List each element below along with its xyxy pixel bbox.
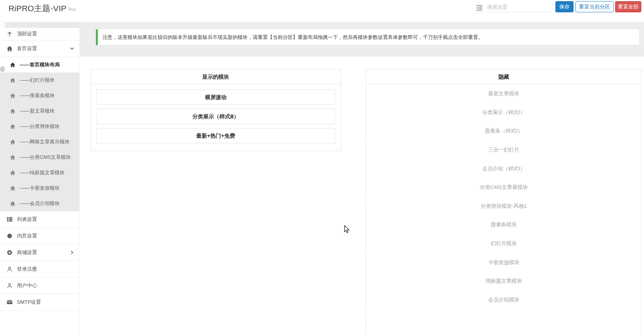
sidebar-item-label: 登录注册 [17, 266, 37, 273]
sidebar-item-2-active[interactable]: ——首页模块布局 [0, 57, 79, 72]
user-icon [7, 266, 13, 272]
hidden-modules-panel: 隐藏 最新文章模块分类展示（样式Ⅰ）搜索条（样式Ⅰ）三合一幻灯片会员介绍（样式Ⅰ… [366, 69, 642, 335]
home-icon [10, 185, 15, 191]
sidebar-item-label: SMTP设置 [17, 299, 41, 306]
home-icon [10, 155, 15, 160]
sidebar-item-4[interactable]: ——搜索条模块 [0, 88, 79, 103]
sidebar-item-0[interactable]: 顶部设置 [0, 28, 79, 40]
hidden-module-item[interactable]: 会员介绍模块 [366, 291, 641, 310]
sidebar-item-5[interactable]: ——新文章模块 [0, 103, 79, 119]
envelope-icon [7, 299, 13, 305]
user-icon [7, 283, 13, 289]
visible-module-item[interactable]: 分类展示（样式Ⅱ） [96, 109, 335, 124]
sidebar-item-label: ——首页模块布局 [20, 61, 60, 68]
sidebar-item-label: 用户中心 [17, 282, 37, 289]
home-icon [10, 62, 15, 67]
sidebar-item-label: ——会员介绍模块 [20, 200, 60, 207]
sidebar-item-7[interactable]: ——网格文章展示模块 [0, 134, 79, 150]
chevron-down-icon [70, 46, 74, 51]
settings-sidebar: 顶部设置首页设置——首页模块布局——幻灯片模块——搜索条模块——新文章模块——分… [0, 22, 80, 335]
sidebar-item-8[interactable]: ——分类CMS文章模块 [0, 150, 79, 165]
app-title: RiPRO主题-VIPPro [8, 3, 76, 14]
visible-module-item[interactable]: 最新+热门+免费 [96, 128, 335, 143]
sidebar-item-label: 列表设置 [17, 216, 37, 223]
warning-notice-text: 注意，这里模块如果是比较旧的版本升级最新版后不现实新的模块，请重置【当前分区】重… [102, 34, 483, 41]
plus-circle-icon [7, 249, 13, 256]
sidebar-item-13[interactable]: 内页设置 [0, 228, 79, 244]
sidebar-item-label: ——分类滑块模块 [20, 123, 60, 130]
hidden-module-item[interactable]: 最新文章模块 [366, 84, 641, 103]
sidebar-item-16[interactable]: 用户中心 [0, 278, 79, 294]
home-icon [10, 124, 15, 129]
chevron-right-icon [70, 250, 74, 255]
sidebar-item-6[interactable]: ——分类滑块模块 [0, 119, 79, 134]
visible-modules-title: 显示的模块 [91, 69, 340, 84]
sidebar-item-3[interactable]: ——幻灯片模块 [0, 72, 79, 88]
hidden-module-item[interactable]: 卡密发放模块 [366, 253, 641, 272]
module-layout-card: 显示的模块 横屏滚动分类展示（样式Ⅱ）最新+热门+免费 隐藏 最新文章模块分类展… [80, 57, 644, 335]
sidebar-item-label: ——搜索条模块 [20, 92, 55, 99]
visible-modules-list: 横屏滚动分类展示（样式Ⅱ）最新+热门+免费 [91, 84, 340, 143]
app-title-suffix: Pro [68, 7, 75, 12]
app-title-text: RiPRO主题-VIP [8, 4, 66, 13]
hidden-module-item[interactable]: 分类CMS文章展模块 [366, 178, 641, 197]
visible-module-item[interactable]: 横屏滚动 [96, 89, 335, 105]
sidebar-scrollbar-track [0, 22, 5, 28]
sidebar-scrollbar-thumb[interactable] [0, 66, 5, 72]
home-icon [10, 139, 15, 145]
save-button[interactable]: 保存 [555, 1, 574, 12]
hidden-modules-list: 最新文章模块分类展示（样式Ⅰ）搜索条（样式Ⅰ）三合一幻灯片会员介绍（样式Ⅰ）分类… [366, 84, 641, 309]
sidebar-item-label: 内页设置 [17, 232, 37, 239]
home-icon [10, 170, 15, 175]
home-icon [7, 45, 13, 52]
warning-notice: 注意，这里模块如果是比较旧的版本升级最新版后不现实新的模块，请重置【当前分区】重… [96, 29, 639, 45]
sidebar-scrolled-item-edge [0, 22, 79, 28]
sidebar-item-1[interactable]: 首页设置 [0, 40, 79, 57]
sidebar-item-label: 顶部设置 [17, 30, 37, 37]
reset-all-button[interactable]: 重置全部 [615, 1, 641, 12]
sidebar-menu: 顶部设置首页设置——首页模块布局——幻灯片模块——搜索条模块——新文章模块——分… [0, 28, 79, 311]
sidebar-item-14[interactable]: 商城设置 [0, 244, 79, 261]
hidden-module-item[interactable]: 纯标题文章模块 [366, 272, 641, 291]
sidebar-item-9[interactable]: ——纯标题文章模块 [0, 165, 79, 180]
hidden-module-item[interactable]: 三合一幻灯片 [366, 141, 641, 160]
sidebar-item-label: 商城设置 [17, 249, 37, 256]
hidden-module-item[interactable]: 幻灯片模块 [366, 234, 641, 253]
home-icon [10, 93, 15, 98]
reset-current-section-button[interactable]: 重置当前分区 [575, 1, 614, 12]
sidebar-item-label: ——幻灯片模块 [20, 77, 55, 84]
sidebar-item-17[interactable]: SMTP设置 [0, 294, 79, 311]
sidebar-item-label: ——分类CMS文章模块 [20, 154, 71, 161]
hidden-module-item[interactable]: 搜索条（样式Ⅰ） [366, 122, 641, 141]
hidden-module-item[interactable]: 会员介绍（样式Ⅰ） [366, 159, 641, 178]
sidebar-item-label: ——网格文章展示模块 [20, 138, 70, 145]
content-area: 注意，这里模块如果是比较旧的版本升级最新版后不现实新的模块，请重置【当前分区】重… [80, 22, 644, 335]
circle-icon [7, 233, 13, 239]
outdent-icon[interactable] [475, 3, 484, 12]
sidebar-item-label: ——新文章模块 [20, 108, 55, 114]
hidden-module-item[interactable]: 分类展示（样式Ⅰ） [366, 103, 641, 122]
list-icon [7, 216, 13, 222]
sidebar-item-label: 首页设置 [17, 45, 37, 52]
search-input[interactable] [487, 2, 550, 12]
top-bar: RiPRO主题-VIPPro 保存 重置当前分区 重置全部 [0, 0, 644, 22]
arrow-up-icon [7, 31, 13, 37]
sidebar-item-12[interactable]: 列表设置 [0, 211, 79, 228]
sidebar-item-label: ——纯标题文章模块 [20, 169, 65, 176]
hidden-module-item[interactable]: 搜索条模块 [366, 215, 641, 234]
home-icon [10, 201, 15, 206]
home-icon [10, 77, 15, 83]
home-icon [10, 108, 15, 114]
hidden-modules-title: 隐藏 [366, 69, 641, 84]
visible-modules-panel: 显示的模块 横屏滚动分类展示（样式Ⅱ）最新+热门+免费 [91, 69, 341, 151]
settings-search [475, 2, 550, 12]
sidebar-item-10[interactable]: ——卡密发放模块 [0, 180, 79, 196]
sidebar-item-label: ——卡密发放模块 [20, 185, 60, 192]
sidebar-item-11[interactable]: ——会员介绍模块 [0, 196, 79, 211]
hidden-module-item[interactable]: 分类滑块模块-风格1 [366, 197, 641, 216]
sidebar-item-15[interactable]: 登录注册 [0, 261, 79, 278]
